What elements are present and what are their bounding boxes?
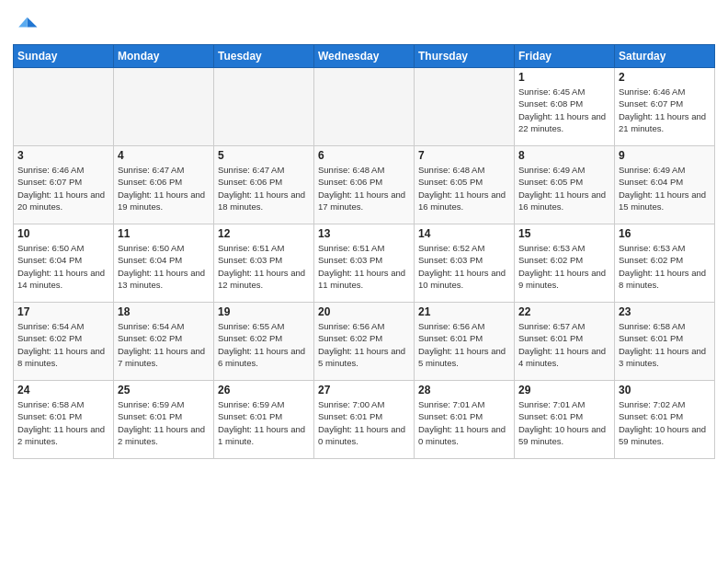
day-info: Sunrise: 6:51 AMSunset: 6:03 PMDaylight:… [318,242,410,291]
day-number: 5 [218,149,310,162]
day-number: 17 [17,305,109,318]
day-cell: 21Sunrise: 6:56 AMSunset: 6:01 PMDayligh… [415,303,515,381]
day-cell: 24Sunrise: 6:58 AMSunset: 6:01 PMDayligh… [14,381,114,459]
weekday-monday: Monday [114,45,214,68]
day-info: Sunrise: 6:48 AMSunset: 6:06 PMDaylight:… [318,164,410,213]
day-cell: 25Sunrise: 6:59 AMSunset: 6:01 PMDayligh… [114,381,214,459]
day-number: 18 [118,305,210,318]
day-number: 3 [17,149,109,162]
header [13,9,715,39]
day-info: Sunrise: 6:51 AMSunset: 6:03 PMDaylight:… [218,242,310,291]
weekday-tuesday: Tuesday [214,45,314,68]
day-number: 11 [118,227,210,240]
day-info: Sunrise: 6:55 AMSunset: 6:02 PMDaylight:… [218,320,310,369]
day-number: 15 [518,227,610,240]
day-cell [14,68,114,146]
day-info: Sunrise: 6:58 AMSunset: 6:01 PMDaylight:… [17,398,109,447]
day-info: Sunrise: 6:53 AMSunset: 6:02 PMDaylight:… [518,242,610,291]
day-number: 30 [619,384,711,396]
day-cell: 22Sunrise: 6:57 AMSunset: 6:01 PMDayligh… [515,303,615,381]
day-cell: 29Sunrise: 7:01 AMSunset: 6:01 PMDayligh… [515,381,615,459]
week-row-1: 1Sunrise: 6:45 AMSunset: 6:08 PMDaylight… [14,68,715,146]
week-row-2: 3Sunrise: 6:46 AMSunset: 6:07 PMDaylight… [14,146,715,224]
day-number: 12 [218,227,310,240]
week-row-3: 10Sunrise: 6:50 AMSunset: 6:04 PMDayligh… [14,224,715,303]
day-cell: 16Sunrise: 6:53 AMSunset: 6:02 PMDayligh… [615,224,715,303]
logo-icon [13,13,39,39]
day-info: Sunrise: 7:02 AMSunset: 6:01 PMDaylight:… [619,398,711,447]
day-cell: 14Sunrise: 6:52 AMSunset: 6:03 PMDayligh… [415,224,515,303]
day-info: Sunrise: 6:45 AMSunset: 6:08 PMDaylight:… [518,86,610,134]
day-number: 27 [318,384,410,396]
day-cell: 26Sunrise: 6:59 AMSunset: 6:01 PMDayligh… [214,381,314,459]
day-number: 26 [218,384,310,396]
day-cell: 27Sunrise: 7:00 AMSunset: 6:01 PMDayligh… [314,381,415,459]
day-cell: 1Sunrise: 6:45 AMSunset: 6:08 PMDaylight… [515,68,615,146]
day-cell: 12Sunrise: 6:51 AMSunset: 6:03 PMDayligh… [214,224,314,303]
day-info: Sunrise: 6:59 AMSunset: 6:01 PMDaylight:… [118,398,210,447]
day-info: Sunrise: 7:01 AMSunset: 6:01 PMDaylight:… [418,398,510,447]
day-info: Sunrise: 6:54 AMSunset: 6:02 PMDaylight:… [118,320,210,369]
day-number: 29 [518,384,610,396]
day-info: Sunrise: 7:00 AMSunset: 6:01 PMDaylight:… [318,398,410,447]
day-info: Sunrise: 6:58 AMSunset: 6:01 PMDaylight:… [619,320,711,369]
day-info: Sunrise: 6:49 AMSunset: 6:04 PMDaylight:… [619,164,711,213]
day-cell [114,68,214,146]
day-cell: 2Sunrise: 6:46 AMSunset: 6:07 PMDaylight… [615,68,715,146]
day-cell: 6Sunrise: 6:48 AMSunset: 6:06 PMDaylight… [314,146,415,224]
day-number: 13 [318,227,410,240]
day-cell: 11Sunrise: 6:50 AMSunset: 6:04 PMDayligh… [114,224,214,303]
day-cell: 10Sunrise: 6:50 AMSunset: 6:04 PMDayligh… [14,224,114,303]
day-number: 21 [418,305,510,318]
page: SundayMondayTuesdayWednesdayThursdayFrid… [0,0,728,468]
day-info: Sunrise: 6:47 AMSunset: 6:06 PMDaylight:… [218,164,310,213]
logo [13,13,42,39]
day-number: 24 [17,384,109,396]
day-cell: 23Sunrise: 6:58 AMSunset: 6:01 PMDayligh… [615,303,715,381]
day-cell: 30Sunrise: 7:02 AMSunset: 6:01 PMDayligh… [615,381,715,459]
day-info: Sunrise: 6:52 AMSunset: 6:03 PMDaylight:… [418,242,510,291]
weekday-saturday: Saturday [615,45,715,68]
day-number: 14 [418,227,510,240]
day-info: Sunrise: 7:01 AMSunset: 6:01 PMDaylight:… [518,398,610,447]
day-cell: 8Sunrise: 6:49 AMSunset: 6:05 PMDaylight… [515,146,615,224]
day-cell: 19Sunrise: 6:55 AMSunset: 6:02 PMDayligh… [214,303,314,381]
calendar: SundayMondayTuesdayWednesdayThursdayFrid… [13,44,715,459]
day-info: Sunrise: 6:47 AMSunset: 6:06 PMDaylight:… [118,164,210,213]
weekday-friday: Friday [515,45,615,68]
day-number: 4 [118,149,210,162]
day-cell: 15Sunrise: 6:53 AMSunset: 6:02 PMDayligh… [515,224,615,303]
day-info: Sunrise: 6:48 AMSunset: 6:05 PMDaylight:… [418,164,510,213]
day-number: 23 [619,305,711,318]
day-cell: 5Sunrise: 6:47 AMSunset: 6:06 PMDaylight… [214,146,314,224]
day-number: 10 [17,227,109,240]
day-number: 28 [418,384,510,396]
day-info: Sunrise: 6:59 AMSunset: 6:01 PMDaylight:… [218,398,310,447]
day-cell [314,68,415,146]
day-number: 1 [518,71,610,84]
week-row-4: 17Sunrise: 6:54 AMSunset: 6:02 PMDayligh… [14,303,715,381]
day-cell [214,68,314,146]
day-info: Sunrise: 6:57 AMSunset: 6:01 PMDaylight:… [518,320,610,369]
day-info: Sunrise: 6:46 AMSunset: 6:07 PMDaylight:… [619,86,711,134]
day-info: Sunrise: 6:56 AMSunset: 6:02 PMDaylight:… [318,320,410,369]
day-cell: 3Sunrise: 6:46 AMSunset: 6:07 PMDaylight… [14,146,114,224]
day-number: 9 [619,149,711,162]
day-info: Sunrise: 6:53 AMSunset: 6:02 PMDaylight:… [619,242,711,291]
day-cell: 9Sunrise: 6:49 AMSunset: 6:04 PMDaylight… [615,146,715,224]
day-cell: 17Sunrise: 6:54 AMSunset: 6:02 PMDayligh… [14,303,114,381]
day-info: Sunrise: 6:50 AMSunset: 6:04 PMDaylight:… [17,242,109,291]
day-info: Sunrise: 6:50 AMSunset: 6:04 PMDaylight:… [118,242,210,291]
day-number: 7 [418,149,510,162]
day-cell: 20Sunrise: 6:56 AMSunset: 6:02 PMDayligh… [314,303,415,381]
weekday-wednesday: Wednesday [314,45,415,68]
weekday-sunday: Sunday [14,45,114,68]
day-cell: 28Sunrise: 7:01 AMSunset: 6:01 PMDayligh… [415,381,515,459]
day-number: 25 [118,384,210,396]
day-number: 6 [318,149,410,162]
day-cell: 4Sunrise: 6:47 AMSunset: 6:06 PMDaylight… [114,146,214,224]
day-info: Sunrise: 6:46 AMSunset: 6:07 PMDaylight:… [17,164,109,213]
day-number: 20 [318,305,410,318]
weekday-header-row: SundayMondayTuesdayWednesdayThursdayFrid… [14,45,715,68]
day-info: Sunrise: 6:56 AMSunset: 6:01 PMDaylight:… [418,320,510,369]
